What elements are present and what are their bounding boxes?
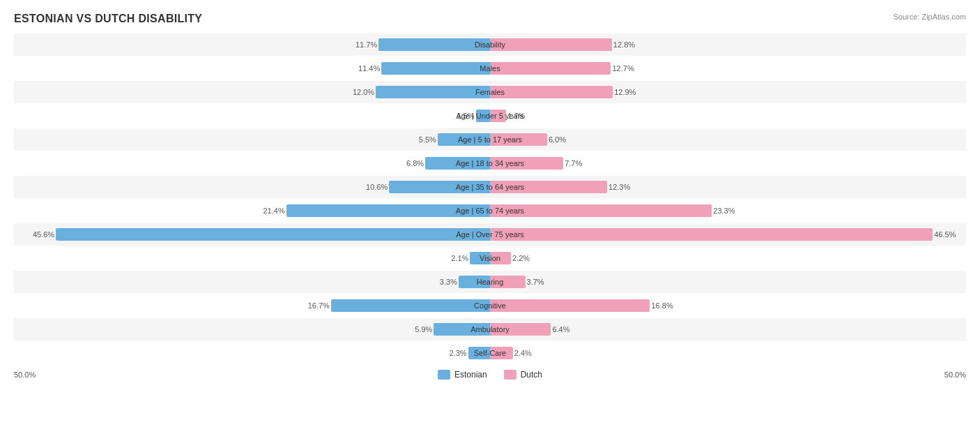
bar-container: 5.5% Age | 5 to 17 years 6.0% [14, 128, 966, 151]
bar-container: 1.5% Age | Under 5 years 1.7% [14, 105, 966, 127]
bar-row: 11.7% Disability 12.8% [14, 33, 966, 56]
left-value: 45.6% [33, 230, 54, 239]
bar-label: Males [480, 64, 500, 73]
bar-label: Vision [480, 254, 500, 262]
bar-row: 21.4% Age | 65 to 74 years 23.3% [14, 200, 966, 222]
right-value: 12.9% [614, 88, 636, 96]
bar-row: 12.0% Females 12.9% [14, 81, 966, 103]
estonian-bar [331, 299, 490, 312]
estonian-bar [376, 86, 490, 98]
bar-container: 11.7% Disability 12.8% [14, 33, 966, 56]
bar-container: 16.7% Cognitive 16.8% [14, 294, 966, 317]
bar-row: 45.6% Age | Over 75 years 46.5% [14, 223, 966, 246]
bar-row: 5.5% Age | 5 to 17 years 6.0% [14, 128, 966, 151]
bar-row: 6.8% Age | 18 to 34 years 7.7% [14, 152, 966, 174]
right-value: 2.2% [512, 254, 530, 262]
bar-label: Age | 5 to 17 years [458, 135, 522, 144]
bar-row: 3.3% Hearing 3.7% [14, 271, 966, 293]
estonian-label: Estonian [454, 370, 487, 380]
right-value: 16.8% [651, 301, 673, 310]
estonian-bar [378, 38, 490, 51]
left-value: 11.4% [358, 64, 380, 73]
bar-label: Ambulatory [470, 325, 510, 334]
dutch-bar [490, 86, 613, 98]
estonian-bar [56, 228, 490, 241]
dutch-bar [490, 38, 612, 51]
bar-container: 2.3% Self-Care 2.4% [14, 342, 966, 364]
left-value: 2.1% [451, 254, 468, 262]
left-value: 21.4% [263, 207, 284, 215]
header: ESTONIAN VS DUTCH DISABILITY Source: Zip… [14, 13, 966, 25]
bar-row: 5.9% Ambulatory 6.4% [14, 318, 966, 340]
legend: 50.0% Estonian Dutch 50.0% [14, 370, 966, 380]
estonian-color-swatch [438, 370, 450, 380]
dutch-label: Dutch [521, 370, 542, 380]
bar-row: 2.1% Vision 2.2% [14, 247, 966, 269]
bar-label: Age | 65 to 74 years [456, 207, 524, 215]
right-value: 6.0% [549, 135, 566, 144]
bar-container: 2.1% Vision 2.2% [14, 247, 966, 269]
right-value: 6.4% [552, 325, 569, 334]
left-value: 11.7% [355, 40, 377, 49]
source-label: Source: ZipAtlas.com [893, 13, 966, 21]
dutch-bar [490, 62, 611, 75]
bar-label: Cognitive [474, 301, 506, 310]
bar-label: Hearing [477, 278, 504, 286]
right-value: 12.8% [613, 40, 635, 49]
left-value: 6.8% [406, 159, 424, 167]
right-value: 46.5% [934, 230, 956, 239]
right-value: 12.7% [612, 64, 634, 73]
right-value: 12.3% [608, 183, 630, 191]
bar-container: 5.9% Ambulatory 6.4% [14, 318, 966, 340]
bar-container: 10.6% Age | 35 to 64 years 12.3% [14, 176, 966, 198]
bar-container: 21.4% Age | 65 to 74 years 23.3% [14, 200, 966, 222]
left-value: 5.5% [419, 135, 436, 144]
bar-row: 16.7% Cognitive 16.8% [14, 294, 966, 317]
left-value: 2.3% [450, 349, 467, 357]
dutch-color-swatch [504, 370, 516, 380]
bar-label: Self-Care [474, 349, 506, 357]
legend-items: Estonian Dutch [42, 370, 938, 380]
bar-container: 3.3% Hearing 3.7% [14, 271, 966, 293]
page-container: ESTONIAN VS DUTCH DISABILITY Source: Zip… [0, 0, 980, 387]
axis-left-label: 50.0% [14, 370, 42, 379]
legend-item-dutch: Dutch [504, 370, 542, 380]
left-value: 12.0% [353, 88, 374, 96]
bar-row: 11.4% Males 12.7% [14, 57, 966, 80]
legend-item-estonian: Estonian [438, 370, 487, 380]
bar-row: 2.3% Self-Care 2.4% [14, 342, 966, 364]
bar-row: 10.6% Age | 35 to 64 years 12.3% [14, 176, 966, 198]
bar-label: Age | Over 75 years [456, 230, 524, 239]
bar-label: Age | 35 to 64 years [456, 183, 524, 191]
left-value: 5.9% [415, 325, 432, 334]
chart-area: 11.7% Disability 12.8% 11.4% Males 12.7%… [14, 33, 966, 364]
dutch-bar [490, 228, 933, 241]
bar-container: 11.4% Males 12.7% [14, 57, 966, 80]
left-value: 16.7% [308, 301, 330, 310]
bar-container: 45.6% Age | Over 75 years 46.5% [14, 223, 966, 246]
estonian-bar [381, 62, 490, 75]
left-value: 10.6% [366, 183, 388, 191]
bar-label: Females [475, 88, 505, 96]
left-value: 3.3% [440, 278, 457, 286]
page-title: ESTONIAN VS DUTCH DISABILITY [14, 13, 202, 25]
dutch-bar [490, 299, 650, 312]
bar-container: 12.0% Females 12.9% [14, 81, 966, 103]
right-value: 7.7% [565, 159, 582, 167]
bar-label: Disability [475, 40, 505, 49]
axis-right-label: 50.0% [938, 370, 966, 379]
bar-label: Age | 18 to 34 years [456, 159, 524, 167]
right-value: 23.3% [713, 207, 735, 215]
right-value: 2.4% [514, 349, 532, 357]
bar-row: 1.5% Age | Under 5 years 1.7% [14, 105, 966, 127]
right-value: 3.7% [527, 278, 544, 286]
bar-label: Age | Under 5 years [456, 112, 524, 120]
bar-container: 6.8% Age | 18 to 34 years 7.7% [14, 152, 966, 174]
